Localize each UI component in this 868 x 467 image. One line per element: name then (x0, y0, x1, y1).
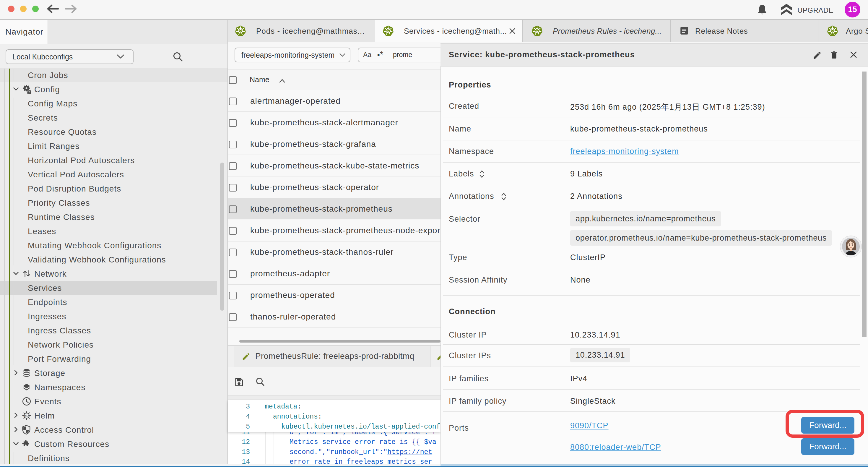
svg-text:HELM: HELM (23, 414, 30, 417)
